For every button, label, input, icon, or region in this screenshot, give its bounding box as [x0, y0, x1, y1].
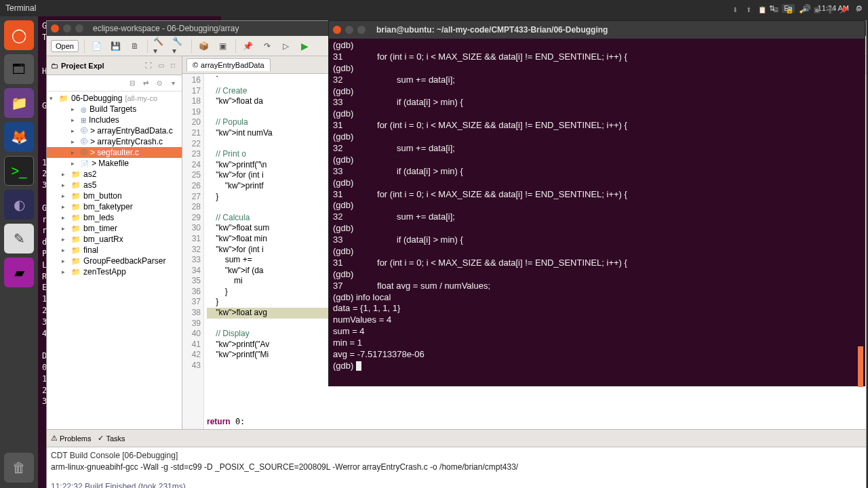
- tree-item[interactable]: ▸⊞Includes: [47, 115, 182, 125]
- firefox-icon[interactable]: 🦊: [4, 122, 34, 152]
- display-icon[interactable]: 🖥: [771, 5, 781, 14]
- copy-icon[interactable]: 📋: [757, 5, 767, 14]
- tree-item[interactable]: ▸📁bm_leds: [47, 212, 182, 223]
- nautilus-icon[interactable]: ▰: [4, 258, 34, 287]
- bottom-tabs: ⚠Problems ✓Tasks ⬇ ⬆ 📋 🖥 🔒 🧹 ▣ ➕ 📌 ▾: [47, 429, 866, 447]
- panel-title: Terminal: [5, 3, 769, 13]
- close-icon[interactable]: [51, 24, 59, 33]
- console-line: arm-linux-gnueabihf-gcc -Wall -g -std=c9…: [51, 462, 862, 473]
- text-editor-icon[interactable]: ✎: [4, 224, 34, 253]
- hammer-icon[interactable]: 🔧▾: [172, 39, 186, 53]
- step-icon[interactable]: ↷: [260, 39, 274, 53]
- tree-item[interactable]: ▸📁GroupFeedbackParser: [47, 256, 182, 266]
- c-file-icon: ©: [193, 61, 198, 69]
- down-icon[interactable]: ⬇: [730, 5, 740, 14]
- window-icon[interactable]: ▣: [216, 39, 230, 53]
- tree-item[interactable]: ▸📁as2: [47, 169, 182, 180]
- collapse-icon[interactable]: ⊟: [127, 79, 137, 88]
- link-editor-icon[interactable]: ⇄: [141, 79, 151, 88]
- folder-icon[interactable]: 📁: [4, 88, 34, 118]
- build-console[interactable]: CDT Build Console [06-Debugging] arm-lin…: [47, 447, 866, 488]
- save-all-icon[interactable]: 🗎: [128, 39, 142, 53]
- folder-icon: 🗀: [51, 62, 58, 70]
- eclipse-title: eclipse-workspace - 06-Debugging/array: [93, 24, 239, 33]
- tree-item[interactable]: ▸📁bm_button: [47, 190, 182, 201]
- menu-icon[interactable]: ▾: [168, 79, 178, 88]
- maximize-icon[interactable]: [75, 24, 83, 33]
- scrollbar[interactable]: [858, 346, 863, 387]
- run-icon[interactable]: ▶: [298, 39, 312, 53]
- console-header: CDT Build Console [06-Debugging]: [51, 450, 862, 462]
- editor-tab[interactable]: © arrayEntryBadData: [186, 58, 271, 71]
- tree-item[interactable]: ▸📁final: [47, 245, 182, 256]
- line-gutter: 1617181920212223242526272829303132333435…: [182, 74, 204, 429]
- console-finished: 11:22:32 Build Finished (took 231ms): [51, 481, 862, 488]
- build-icon[interactable]: 🔨▾: [153, 39, 167, 53]
- tree-item[interactable]: ▸◎Build Targets: [47, 104, 182, 115]
- lock-icon[interactable]: 🔒: [785, 5, 794, 14]
- focus-icon[interactable]: ⊙: [155, 79, 164, 88]
- terminal-icon[interactable]: >_: [4, 156, 34, 186]
- link-icon[interactable]: ⛶: [144, 61, 153, 70]
- trash-icon[interactable]: 🗑: [4, 453, 34, 483]
- maximize-icon[interactable]: [357, 26, 366, 34]
- files-icon[interactable]: 🗔: [4, 54, 34, 84]
- max-icon[interactable]: □: [168, 61, 178, 70]
- tree-item[interactable]: ▸ⓒ> arrayEntryBadData.c: [47, 125, 182, 136]
- tree-item[interactable]: ▸📁bm_faketyper: [47, 201, 182, 212]
- open-button[interactable]: Open: [51, 40, 79, 52]
- dd-icon[interactable]: ▾: [852, 5, 862, 14]
- gdb-output[interactable]: (gdb)31 for (int i = 0; i < MAX_SIZE && …: [329, 39, 865, 373]
- tree-root[interactable]: ▾📁 06-Debugging [all-my-co: [47, 93, 182, 104]
- tasks-icon: ✓: [98, 434, 104, 443]
- clear-icon[interactable]: 🧹: [798, 5, 808, 14]
- project-tree[interactable]: ▾📁 06-Debugging [all-my-co ▸◎Build Targe…: [47, 92, 182, 429]
- gdb-terminal[interactable]: brian@ubuntu: ~/all-my-code/CMPT433-Bria…: [328, 20, 865, 386]
- package-icon[interactable]: 📦: [197, 39, 211, 53]
- tree-item[interactable]: ▸ⓒ> arrayEntryCrash.c: [47, 136, 182, 147]
- tree-item[interactable]: ▸📁zenTestApp: [47, 266, 182, 277]
- pin-console-icon[interactable]: 📌: [839, 5, 848, 14]
- project-explorer-title: Project Expl: [61, 62, 104, 70]
- unity-launcher: ◯ 🗔 📁 🦊 >_ ◐ ✎ ▰ 🗑: [0, 16, 38, 488]
- minimize-icon[interactable]: [345, 26, 353, 34]
- project-explorer: 🗀 Project Expl ⛶ ▭ □ ⊟ ⇄ ⊙ ▾ ▾📁 06-Debug…: [47, 56, 182, 429]
- dash-icon[interactable]: ◯: [4, 20, 34, 50]
- close-icon[interactable]: [333, 26, 341, 34]
- up-icon[interactable]: ⬆: [744, 5, 753, 14]
- tree-item[interactable]: ▸📁bm_timer: [47, 223, 182, 234]
- tree-item[interactable]: ▸ⓒ> segfaulter.c: [47, 147, 182, 158]
- tree-item[interactable]: ▸📄> Makefile: [47, 158, 182, 169]
- terminal-btn-icon[interactable]: ▣: [812, 5, 821, 14]
- gdb-title: brian@ubuntu: ~/all-my-code/CMPT433-Bria…: [376, 25, 608, 35]
- minimize-icon[interactable]: [63, 24, 71, 33]
- tree-item[interactable]: ▸📁as5: [47, 180, 182, 190]
- pin-icon[interactable]: 📌: [241, 39, 255, 53]
- gdb-titlebar[interactable]: brian@ubuntu: ~/all-my-code/CMPT433-Bria…: [329, 21, 865, 39]
- new-icon[interactable]: 📄: [90, 39, 104, 53]
- eclipse-icon[interactable]: ◐: [4, 190, 34, 220]
- min-icon[interactable]: ▭: [156, 61, 165, 70]
- resume-icon[interactable]: ▷: [279, 39, 293, 53]
- new-console-icon[interactable]: ➕: [825, 5, 835, 14]
- warning-icon: ⚠: [51, 434, 58, 443]
- tree-item[interactable]: ▸📁bm_uartRx: [47, 234, 182, 245]
- tasks-tab[interactable]: ✓Tasks: [98, 434, 125, 443]
- save-icon[interactable]: 💾: [109, 39, 123, 53]
- problems-tab[interactable]: ⚠Problems: [51, 434, 91, 443]
